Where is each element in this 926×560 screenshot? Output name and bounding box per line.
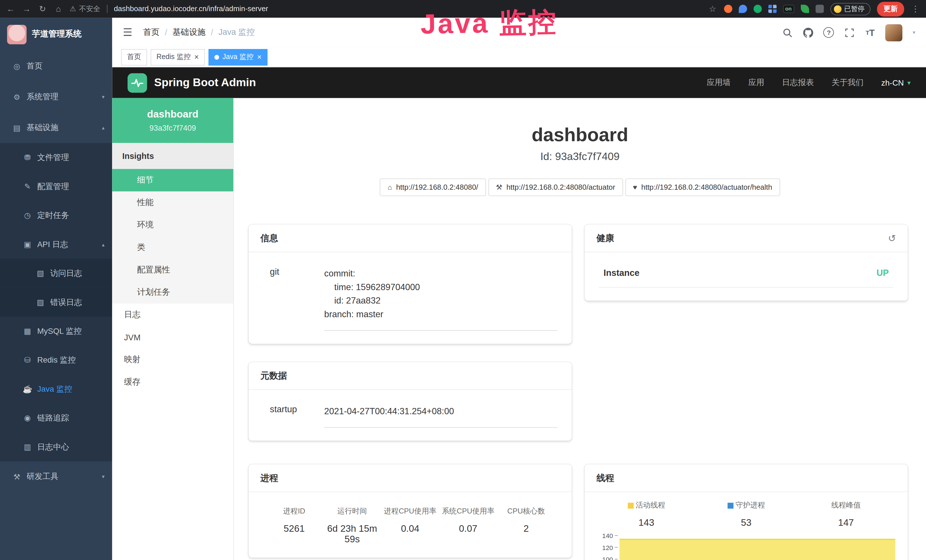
sidebar-item-devtools[interactable]: ⚒ 研发工具 ▾ [0, 461, 112, 492]
infra-icon: ▤ [12, 123, 22, 132]
caret-down-icon[interactable]: ▾ [912, 30, 915, 36]
tab-redis-monitor[interactable]: Redis 监控 × [151, 49, 205, 65]
reload-icon[interactable]: ↻ [38, 4, 47, 14]
metric-label: 线程峰值 [796, 500, 896, 510]
card-title: 进程 [260, 472, 278, 484]
sba-nav-wall[interactable]: 应用墙 [707, 77, 731, 88]
sba-item-caches[interactable]: 缓存 [112, 371, 233, 394]
breadcrumb-item[interactable]: 基础设施 [172, 27, 206, 38]
sidebar-item-files[interactable]: ⛃ 文件管理 [0, 143, 112, 172]
sidebar-item-infra[interactable]: ▤ 基础设施 ▴ [0, 112, 112, 143]
breadcrumb-separator: / [165, 28, 167, 37]
sba-instance-block[interactable]: dashboard 93a3fc7f7409 [112, 98, 233, 143]
sba-item-classes[interactable]: 类 [112, 236, 233, 259]
metric: CPU核心数 2 [497, 506, 555, 545]
sidebar-item-label: Redis 监控 [37, 355, 76, 365]
sba-item-logs[interactable]: 日志 [112, 304, 233, 326]
sidebar-item-java[interactable]: ☕ Java 监控 [0, 375, 112, 403]
sidebar-item-access-log[interactable]: ▧ 访问日志 [0, 259, 112, 288]
close-icon[interactable]: × [257, 53, 262, 61]
help-icon[interactable]: ? [824, 27, 834, 38]
sidebar-item-api-log[interactable]: ▣ API 日志 ▴ [0, 230, 112, 259]
sidebar-item-trace[interactable]: ◉ 链路追踪 [0, 403, 112, 432]
tab-java-monitor[interactable]: Java 监控 × [208, 49, 268, 65]
info-key: git [263, 266, 324, 331]
extension-icon[interactable] [724, 5, 732, 13]
breadcrumb: 首页 / 基础设施 / Java 监控 [143, 27, 255, 38]
spring-boot-admin: Spring Boot Admin 应用墙 应用 日志报表 关于我们 zh-CN… [112, 67, 926, 560]
file-icon: ⛃ [23, 153, 33, 162]
extension-leaf-icon[interactable] [800, 5, 809, 13]
extension-icon[interactable] [738, 5, 747, 13]
info-line: branch: master [324, 307, 558, 321]
tab-home[interactable]: 首页 [121, 49, 147, 65]
sba-item-metrics[interactable]: 性能 [112, 191, 233, 214]
sba-brand[interactable]: Spring Boot Admin [154, 76, 256, 89]
actuator-url-link[interactable]: ⚒ http://192.168.0.2:48080/actuator [488, 178, 623, 196]
service-url-link[interactable]: ⌂ http://192.168.0.2:48080/ [380, 178, 486, 196]
bookmark-star-icon[interactable]: ☆ [708, 4, 717, 14]
close-icon[interactable]: × [194, 53, 199, 61]
sidebar-item-redis[interactable]: ⛁ Redis 监控 [0, 345, 112, 374]
kebab-menu-icon[interactable]: ⋮ [911, 4, 920, 14]
admin-menu: ◎ 首页 ⚙ 系统管理 ▾ ▤ 基础设施 ▴ ⛃ 文件管理 [0, 51, 112, 492]
history-icon[interactable]: ↺ [888, 233, 896, 244]
sidebar-item-label: 日志中心 [37, 442, 69, 452]
legend-swatch-yellow [627, 502, 633, 509]
health-url-link[interactable]: ♥ http://192.168.0.2:48080/actuator/heal… [625, 178, 780, 196]
sidebar-item-home[interactable]: ◎ 首页 [0, 51, 112, 82]
metric: 系统CPU使用率 0.07 [439, 506, 497, 545]
forward-icon[interactable]: → [22, 4, 31, 14]
sba-item-jvm[interactable]: JVM [112, 326, 233, 349]
chevron-down-icon: ▾ [102, 94, 104, 100]
breadcrumb-item[interactable]: 首页 [143, 27, 159, 38]
sidebar-item-label: 访问日志 [50, 268, 82, 278]
sidebar-item-mysql[interactable]: ▦ MySQL 监控 [0, 317, 112, 345]
sidebar-item-label: 配置管理 [37, 181, 69, 192]
sidebar-item-system[interactable]: ⚙ 系统管理 ▾ [0, 82, 112, 112]
font-size-icon[interactable]: TT [865, 27, 876, 38]
extension-grid-icon[interactable] [768, 5, 776, 13]
sba-section-insights[interactable]: Insights [112, 143, 233, 169]
breadcrumb-current: Java 监控 [218, 27, 255, 38]
github-icon[interactable] [803, 27, 813, 38]
metric-value: 6d 23h 15m 59s [323, 524, 381, 545]
browser-home-icon[interactable]: ⌂ [54, 4, 63, 14]
chart-y-axis: 140 120 100 [594, 536, 619, 560]
sba-locale-select[interactable]: zh-CN ▾ [881, 78, 911, 87]
sidebar-item-error-log[interactable]: ▨ 错误日志 [0, 288, 112, 316]
search-icon[interactable] [782, 27, 793, 38]
sidebar-item-log-center[interactable]: ▥ 日志中心 [0, 433, 112, 461]
security-chip[interactable]: ⚠ 不安全 [70, 4, 100, 14]
sba-logo-icon[interactable] [127, 73, 147, 92]
extension-puzzle-icon[interactable] [816, 5, 824, 13]
sidebar-item-config[interactable]: ✎ 配置管理 [0, 172, 112, 201]
health-row[interactable]: Instance UP [599, 266, 893, 288]
sba-item-scheduled-tasks[interactable]: 计划任务 [112, 281, 233, 304]
sba-nav-applications[interactable]: 应用 [748, 77, 764, 88]
sidebar-item-label: Java 监控 [37, 384, 72, 394]
live-threads-area [619, 539, 895, 560]
sidebar-item-cron[interactable]: ◷ 定时任务 [0, 201, 112, 230]
address-bar[interactable]: dashboard.yudao.iocoder.cn/infra/admin-s… [114, 5, 268, 13]
metric-label: CPU核心数 [497, 506, 555, 516]
back-icon[interactable]: ← [6, 4, 15, 14]
sidebar-item-label: 定时任务 [37, 210, 69, 221]
fullscreen-icon[interactable] [844, 27, 855, 38]
metric-value: 143 [597, 518, 696, 528]
user-avatar[interactable] [885, 24, 903, 41]
sba-nav-about[interactable]: 关于我们 [832, 77, 864, 88]
sba-item-environment[interactable]: 环境 [112, 214, 233, 236]
paused-badge[interactable]: 已暂停 [830, 3, 871, 15]
hamburger-icon[interactable]: ☰ [123, 26, 132, 39]
extension-icon[interactable] [753, 5, 761, 13]
sba-item-details[interactable]: 细节 [112, 169, 233, 191]
info-value: commit: time: 1596289704000 id: 27aa832 … [324, 266, 558, 331]
info-card: 信息 git commit: time: 1596289704000 [249, 224, 572, 344]
metric-label: 系统CPU使用率 [439, 506, 497, 516]
update-button[interactable]: 更新 [877, 2, 904, 16]
sba-item-mappings[interactable]: 映射 [112, 349, 233, 371]
sba-nav-journal[interactable]: 日志报表 [782, 77, 814, 88]
sba-item-config-props[interactable]: 配置属性 [112, 259, 233, 281]
extension-on-badge[interactable]: on [783, 5, 794, 13]
